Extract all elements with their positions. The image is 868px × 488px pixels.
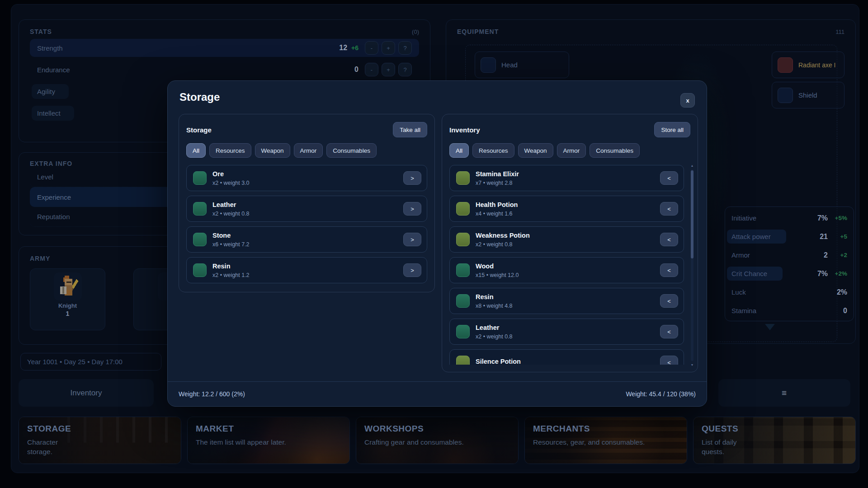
equipment-slot-head[interactable]: Head: [475, 52, 569, 78]
stat-help-button[interactable]: ?: [398, 63, 412, 76]
inventory-filter-tabs: All Resources Weapon Armor Consumables: [449, 143, 690, 158]
potion-item-icon: [456, 171, 470, 185]
item-row-leather[interactable]: Leatherx2 • weight 0.8 >: [186, 196, 427, 222]
inventory-scrollbar[interactable]: ▲ ▼: [690, 165, 694, 366]
move-to-inventory-button[interactable]: >: [403, 171, 421, 185]
location-card-merchants[interactable]: MERCHANTS Resources, gear, and consumabl…: [524, 417, 687, 464]
location-card-workshops[interactable]: WORKSHOPS Crafting gear and consumables.: [356, 417, 519, 464]
item-row-weakness-potion[interactable]: Weakness Potionx2 • weight 0.8 <: [449, 226, 684, 253]
decrease-stat-button[interactable]: -: [365, 41, 378, 55]
stats-title: STATS: [30, 28, 52, 35]
arrow-left-icon: <: [667, 298, 671, 305]
empty-slot-icon: [778, 88, 793, 103]
tab-consumables[interactable]: Consumables: [590, 143, 640, 158]
arrow-right-icon: >: [410, 236, 414, 243]
tab-weapon[interactable]: Weapon: [255, 143, 290, 158]
storage-modal: Storage x Storage Take all All Resources…: [167, 80, 707, 407]
item-row-leather[interactable]: Leatherx2 • weight 0.8 <: [449, 319, 684, 345]
tab-armor[interactable]: Armor: [294, 143, 323, 158]
move-to-storage-button[interactable]: <: [660, 171, 678, 185]
arrow-left-icon: <: [667, 175, 671, 182]
item-row-health-potion[interactable]: Health Potionx4 • weight 1.6 <: [449, 196, 684, 222]
unit-name: Knight: [58, 302, 77, 309]
store-all-button[interactable]: Store all: [654, 122, 690, 137]
storage-filter-tabs: All Resources Weapon Armor Consumables: [186, 143, 427, 158]
tab-all[interactable]: All: [449, 143, 469, 158]
tab-armor[interactable]: Armor: [557, 143, 586, 158]
arrow-left-icon: <: [667, 236, 671, 243]
combat-row-stamina: Stamina 0: [731, 301, 847, 320]
move-to-storage-button[interactable]: <: [660, 233, 678, 246]
equipment-slot-weapon[interactable]: Radiant axe I: [772, 52, 844, 78]
move-to-storage-button[interactable]: <: [660, 294, 678, 308]
combat-row-armor: Armor 2+2: [731, 246, 847, 264]
tab-consumables[interactable]: Consumables: [326, 143, 377, 158]
move-to-inventory-button[interactable]: >: [403, 202, 421, 216]
tab-weapon[interactable]: Weapon: [518, 143, 553, 158]
combat-row-initiative: Initiative 7%+5%: [731, 209, 847, 227]
item-row-stamina-elixir[interactable]: Stamina Elixirx7 • weight 2.8 <: [449, 165, 684, 191]
move-to-storage-button[interactable]: <: [660, 356, 678, 365]
location-card-market[interactable]: MARKET The item list will appear later.: [187, 417, 350, 464]
item-row-wood[interactable]: Woodx15 • weight 12.0 <: [449, 257, 684, 283]
decrease-stat-button[interactable]: -: [365, 63, 378, 76]
arrow-left-icon: <: [667, 267, 671, 274]
increase-stat-button[interactable]: +: [382, 63, 395, 76]
increase-stat-button[interactable]: +: [382, 41, 395, 55]
radiant-axe-icon: [778, 57, 793, 73]
empty-slot-icon: [481, 57, 496, 73]
item-row-silence-potion[interactable]: Silence Potion <: [449, 349, 684, 365]
potion-item-icon: [456, 202, 470, 216]
item-row-resin[interactable]: Resinx2 • weight 1.2 >: [186, 257, 427, 283]
equipment-title: EQUIPMENT: [457, 28, 499, 35]
move-to-storage-button[interactable]: <: [660, 263, 678, 277]
game-time-bar: Year 1001 • Day 25 • Day 17:00: [20, 353, 161, 371]
resource-item-icon: [193, 263, 207, 277]
scroll-up-icon[interactable]: ▲: [690, 164, 694, 167]
army-title: ARMY: [30, 255, 50, 262]
close-button[interactable]: x: [680, 93, 695, 108]
combat-row-attack-power: Attack power 21+5: [731, 227, 847, 246]
location-card-storage[interactable]: STORAGE Character storage.: [19, 417, 181, 464]
scrollbar-thumb[interactable]: [691, 170, 693, 258]
stat-delta: +6: [351, 44, 359, 52]
move-to-storage-button[interactable]: <: [660, 202, 678, 216]
equipment-slot-shield[interactable]: Shield: [772, 82, 844, 108]
combat-row-luck: Luck 2%: [731, 283, 847, 301]
arrow-left-icon: <: [667, 359, 671, 365]
item-row-resin[interactable]: Resinx8 • weight 4.8 <: [449, 288, 684, 314]
move-to-inventory-button[interactable]: >: [403, 263, 421, 277]
inventory-panel-title: Inventory: [449, 126, 480, 134]
modal-inventory-panel: Inventory Store all All Resources Weapon…: [442, 114, 698, 372]
arrow-right-icon: >: [410, 206, 414, 212]
stat-label: Agility: [32, 84, 69, 99]
tab-all[interactable]: All: [186, 143, 206, 158]
menu-button[interactable]: ≡: [718, 379, 850, 407]
stat-value: 0: [354, 66, 359, 74]
scroll-down-icon[interactable]: ▼: [690, 363, 694, 366]
move-to-storage-button[interactable]: <: [660, 325, 678, 338]
stat-label: Strength: [37, 44, 63, 52]
tab-resources[interactable]: Resources: [209, 143, 251, 158]
move-to-inventory-button[interactable]: >: [403, 233, 421, 246]
inventory-tab-button[interactable]: Inventory: [19, 379, 154, 407]
hamburger-icon: ≡: [782, 388, 787, 398]
inventory-weight-text: Weight: 45.4 / 120 (38%): [626, 390, 696, 398]
take-all-button[interactable]: Take all: [393, 122, 427, 137]
storage-panel-title: Storage: [186, 126, 212, 134]
resource-item-icon: [193, 202, 207, 216]
resource-item-icon: [456, 294, 470, 308]
army-unit-knight[interactable]: Knight 1: [30, 268, 105, 330]
stats-points-badge: (0): [412, 28, 419, 35]
location-card-quests[interactable]: QUESTS List of daily quests.: [693, 417, 856, 464]
item-row-stone[interactable]: Stonex6 • weight 7.2 >: [186, 226, 427, 253]
storage-item-list: Orex2 • weight 3.0 > Leatherx2 • weight …: [186, 165, 427, 283]
tab-resources[interactable]: Resources: [472, 143, 514, 158]
potion-item-icon: [456, 356, 470, 365]
stat-value: 12: [339, 44, 347, 52]
stat-label: Endurance: [37, 66, 70, 74]
arrow-left-icon: <: [667, 206, 671, 212]
stat-help-button[interactable]: ?: [398, 41, 412, 55]
combat-stats-box: Initiative 7%+5% Attack power 21+5 Armor…: [725, 206, 854, 321]
item-row-ore[interactable]: Orex2 • weight 3.0 >: [186, 165, 427, 191]
